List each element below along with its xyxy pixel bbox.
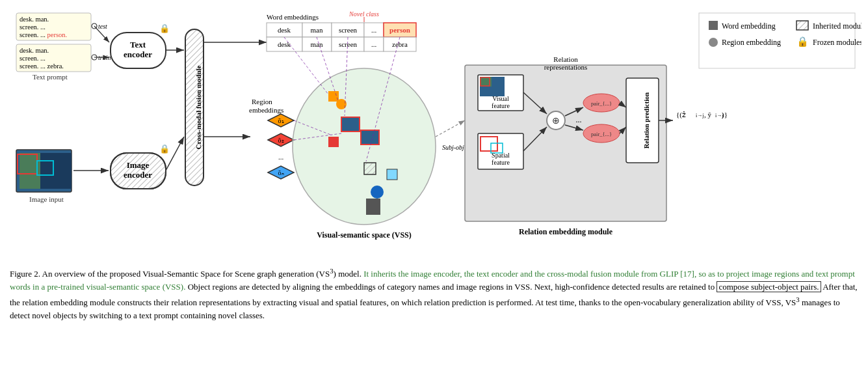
svg-rect-79 — [328, 137, 339, 147]
svg-text:Relation: Relation — [553, 55, 578, 63]
svg-text:Text: Text — [130, 40, 146, 49]
svg-rect-23 — [40, 153, 72, 189]
svg-text:Relation prediction: Relation prediction — [643, 92, 650, 149]
svg-text:desk. man.: desk. man. — [20, 47, 49, 54]
svg-text:screen. ... zebra.: screen. ... zebra. — [20, 62, 64, 70]
svg-text:pair_{...}: pair_{...} — [591, 131, 612, 137]
svg-rect-83 — [366, 199, 380, 215]
svg-text:Relation embedding module: Relation embedding module — [519, 227, 613, 236]
svg-text:desk. man.: desk. man. — [20, 16, 49, 23]
svg-text:õ₂: õ₂ — [278, 137, 284, 144]
svg-text:screen. ...: screen. ... — [20, 55, 46, 62]
svg-text:⊕: ⊕ — [552, 116, 560, 126]
svg-rect-130 — [709, 21, 718, 30]
diagram-area: desk. man. screen. ... screen. ... perso… — [10, 7, 858, 260]
svg-text:zebra: zebra — [392, 40, 408, 48]
svg-text:pair_{...}: pair_{...} — [591, 100, 612, 107]
svg-text:encoder: encoder — [124, 49, 152, 59]
svg-rect-118 — [626, 78, 659, 163]
svg-text:desk: desk — [278, 26, 291, 34]
svg-text:🔒: 🔒 — [159, 143, 170, 154]
svg-rect-81 — [364, 163, 376, 174]
svg-point-132 — [709, 38, 718, 47]
figure-label: Figure 2. — [10, 269, 40, 279]
svg-text:encoder: encoder — [124, 170, 152, 180]
svg-text:Region: Region — [252, 98, 272, 105]
svg-text:screen. ...: screen. ... — [20, 23, 46, 31]
svg-text:Word embedding: Word embedding — [722, 21, 776, 31]
svg-text:Novel class: Novel class — [349, 10, 379, 18]
svg-point-74 — [293, 68, 436, 225]
svg-rect-84 — [387, 169, 397, 180]
svg-text:embeddings: embeddings — [249, 106, 283, 114]
svg-rect-134 — [796, 21, 808, 30]
svg-text:Spatial: Spatial — [492, 152, 510, 159]
svg-text:)}: )} — [722, 111, 728, 119]
svg-text:Visual: Visual — [492, 95, 509, 102]
svg-text:Frozen modules: Frozen modules — [813, 38, 861, 47]
svg-text:person: person — [389, 26, 410, 34]
svg-text:🔒: 🔒 — [796, 36, 809, 48]
caption-text-part3: Object regions are detected by aligning … — [185, 282, 717, 292]
svg-rect-80 — [361, 130, 379, 145]
svg-text:{(ẑ: {(ẑ — [676, 111, 686, 119]
svg-text:screen: screen — [339, 40, 358, 48]
svg-text:screen: screen — [339, 26, 358, 34]
svg-text:Text prompt: Text prompt — [33, 73, 68, 81]
svg-text:Region embedding: Region embedding — [722, 38, 781, 47]
svg-line-37 — [166, 137, 184, 171]
svg-text:feature: feature — [492, 159, 510, 166]
svg-text:...: ... — [576, 115, 582, 124]
caption-boxed-text: compose subject-object pairs. — [717, 281, 821, 292]
svg-text:Visual-semantic space (VSS): Visual-semantic space (VSS) — [317, 230, 412, 240]
svg-text:Cross-modal fusion module: Cross-modal fusion module — [194, 66, 202, 150]
svg-text:...: ... — [371, 40, 377, 48]
svg-text:man: man — [311, 26, 323, 34]
svg-point-82 — [371, 186, 384, 199]
svg-text:representations: representations — [544, 63, 588, 71]
svg-rect-78 — [341, 117, 360, 131]
main-container: desk. man. screen. ... screen. ... perso… — [0, 0, 868, 386]
svg-text:feature: feature — [492, 102, 510, 109]
svg-text:Image: Image — [127, 160, 150, 170]
svg-text:i→j: i→j — [696, 113, 704, 118]
svg-rect-76 — [328, 91, 339, 102]
svg-text:Image input: Image input — [29, 195, 64, 203]
caption-text-part1: An overview of the proposed Visual-Seman… — [42, 269, 330, 279]
svg-text:🔒: 🔒 — [159, 23, 170, 34]
svg-text:...: ... — [371, 26, 377, 34]
svg-text:...: ... — [278, 153, 284, 161]
svg-text:Word embeddings: Word embeddings — [267, 13, 319, 21]
svg-text:õₙ: õₙ — [278, 169, 284, 176]
svg-text:man: man — [311, 40, 323, 48]
svg-text:, ŷ: , ŷ — [704, 111, 712, 118]
svg-line-128 — [436, 120, 465, 137]
svg-text:test: test — [98, 23, 107, 30]
caption-text-part2: ) model. — [334, 269, 364, 279]
caption: Figure 2. An overview of the proposed Vi… — [10, 266, 858, 322]
svg-text:õ₁: õ₁ — [278, 117, 284, 124]
svg-text:desk: desk — [278, 40, 291, 48]
svg-text:Inherited modules: Inherited modules — [813, 21, 861, 31]
svg-text:screen. ... person.: screen. ... person. — [20, 31, 67, 38]
